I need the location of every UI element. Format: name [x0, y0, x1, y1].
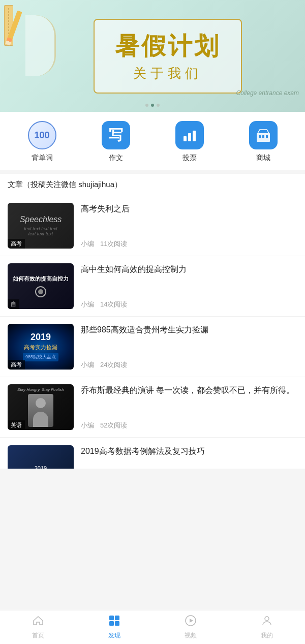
shop-label: 商城: [256, 154, 270, 163]
banner: 暑假计划 关于我们 College entrance exam: [0, 0, 305, 112]
article-author-1: 小编: [81, 239, 94, 249]
article-thumb-5: 2019: [8, 445, 74, 469]
home-label: 首页: [32, 631, 44, 640]
video-icon: [185, 615, 197, 630]
article-meta-3: 小编 24次阅读: [81, 360, 297, 370]
nav-mine[interactable]: 我的: [252, 615, 282, 640]
thumb-inner-3: 2019 高考实力捡漏 985院校大盘点 高考: [8, 324, 74, 370]
jobs-silhouette: [28, 394, 53, 427]
article-author-2: 小编: [81, 300, 94, 309]
vocab-label: 背单词: [32, 154, 53, 163]
banner-bottom-text: College entrance exam: [236, 89, 299, 97]
article-thumb-4: Stay Hungry, Stay Foolish 英语: [8, 384, 74, 430]
article-reads-4: 52次阅读: [100, 421, 127, 430]
nav-home[interactable]: 首页: [23, 615, 53, 640]
nav-discover[interactable]: 发现: [99, 615, 130, 640]
article-content-1: 高考失利之后 小编 11次阅读: [81, 203, 297, 249]
article-reads-3: 24次阅读: [100, 360, 127, 370]
nav-item-vote[interactable]: 投票: [175, 121, 204, 163]
article-item[interactable]: Speechless text text text text text text…: [0, 196, 305, 256]
article-item-partial[interactable]: 2019 2019高考数据考例解法及复习技巧: [0, 438, 305, 469]
banner-dot-1: [145, 104, 148, 107]
article-title-5: 2019高考数据考例解法及复习技巧: [81, 445, 297, 457]
nav-item-essay[interactable]: 写 作文: [102, 121, 130, 163]
thumb-inner-1: Speechless text text text text text text…: [8, 203, 74, 249]
video-label: 视频: [185, 631, 197, 640]
thumb-inner-4: Stay Hungry, Stay Foolish 英语: [8, 384, 74, 430]
article-item[interactable]: Stay Hungry, Stay Foolish 英语 乔布斯最经典的演讲 每…: [0, 377, 305, 438]
article-content-5: 2019高考数据考例解法及复习技巧: [81, 445, 297, 469]
article-content-4: 乔布斯最经典的演讲 每一次读，都会赞叹不已，并有所得。 小编 52次阅读: [81, 384, 297, 430]
nav-video[interactable]: 视频: [175, 615, 206, 640]
thumb-inner-5: 2019: [8, 445, 74, 469]
thumb-title-3: 高考实力捡漏: [23, 344, 58, 351]
section-header: 文章（投稿关注微信 shujiajihua）: [0, 174, 305, 196]
article-author-4: 小编: [81, 421, 94, 430]
svg-rect-9: [109, 621, 114, 626]
home-icon: [32, 615, 44, 630]
article-title-3: 那些985高效适合贵州考生实力捡漏: [81, 324, 297, 336]
thumb-year-3: 2019: [23, 332, 58, 343]
vocab-icon: 100: [28, 121, 56, 149]
thumb-text-2: 如何有效的提高自控力: [9, 271, 73, 301]
article-reads-2: 14次阅读: [100, 300, 127, 309]
nav-item-shop[interactable]: 商城: [249, 121, 278, 163]
svg-rect-7: [109, 616, 114, 620]
banner-subtitle: 关于我们: [115, 65, 221, 82]
vote-icon: [175, 121, 204, 149]
article-meta-1: 小编 11次阅读: [81, 239, 297, 249]
mine-icon: [261, 615, 273, 630]
thumb-tag-1: 高考: [8, 239, 25, 249]
article-meta-4: 小编 52次阅读: [81, 421, 297, 430]
essay-label: 作文: [109, 154, 123, 163]
banner-p-decoration: [25, 15, 56, 76]
article-item[interactable]: 2019 高考实力捡漏 985院校大盘点 高考 那些985高效适合贵州考生实力捡…: [0, 317, 305, 377]
main-content: 文章（投稿关注微信 shujiajihua） Speechless text t…: [0, 174, 305, 525]
article-author-3: 小编: [81, 360, 94, 370]
svg-rect-2: [193, 131, 196, 141]
article-item[interactable]: 如何有效的提高自控力 自 高中生如何高效的提高控制力 小编 14次阅读: [0, 256, 305, 317]
shop-icon: [249, 121, 278, 149]
discover-label: 发现: [108, 631, 120, 640]
svg-rect-4: [259, 135, 261, 138]
svg-rect-0: [184, 136, 187, 141]
thumb-tag-4: 英语: [8, 420, 25, 430]
essay-icon: 写: [102, 121, 130, 149]
banner-dot-3: [157, 104, 160, 107]
article-title-4: 乔布斯最经典的演讲 每一次读，都会赞叹不已，并有所得。: [81, 384, 297, 396]
thumb-tag-2: 自: [8, 299, 19, 309]
nav-item-vocab[interactable]: 100 背单词: [28, 121, 56, 163]
thumb-content-3: 2019 高考实力捡漏 985院校大盘点: [23, 332, 58, 361]
banner-card: 暑假计划 关于我们: [94, 19, 242, 94]
article-content-3: 那些985高效适合贵州考生实力捡漏 小编 24次阅读: [81, 324, 297, 370]
thumb-tag-3: 高考: [8, 360, 25, 370]
thumb-sub-3: 985院校大盘点: [23, 353, 58, 361]
article-content-2: 高中生如何高效的提高控制力 小编 14次阅读: [81, 263, 297, 309]
article-thumb-1: Speechless text text text text text text…: [8, 203, 74, 249]
banner-pagination: [145, 104, 160, 107]
banner-title: 暑假计划: [115, 30, 221, 63]
thumb-text-1: Speechless text text text text text text…: [20, 215, 62, 236]
article-title-2: 高中生如何高效的提高控制力: [81, 263, 297, 275]
article-title-1: 高考失利之后: [81, 203, 297, 215]
svg-point-12: [265, 617, 269, 621]
bottom-nav: 首页 发现 视频 我的: [0, 610, 305, 644]
svg-rect-1: [188, 133, 191, 141]
article-reads-1: 11次阅读: [100, 239, 127, 249]
svg-rect-5: [262, 135, 264, 138]
vote-label: 投票: [182, 154, 197, 163]
quick-nav: 100 背单词 写 作文 投票 商城: [0, 112, 305, 170]
thumb-text-5: 2019: [33, 463, 49, 469]
svg-rect-10: [115, 621, 119, 626]
svg-rect-8: [115, 616, 119, 620]
discover-icon: [108, 615, 120, 630]
article-meta-2: 小编 14次阅读: [81, 300, 297, 309]
article-thumb-3: 2019 高考实力捡漏 985院校大盘点 高考: [8, 324, 74, 370]
article-list: Speechless text text text text text text…: [0, 196, 305, 469]
mine-label: 我的: [261, 631, 273, 640]
thumb-inner-2: 如何有效的提高自控力 自: [8, 263, 74, 309]
article-thumb-2: 如何有效的提高自控力 自: [8, 263, 74, 309]
svg-rect-6: [266, 135, 268, 138]
banner-dot-2: [151, 104, 154, 107]
